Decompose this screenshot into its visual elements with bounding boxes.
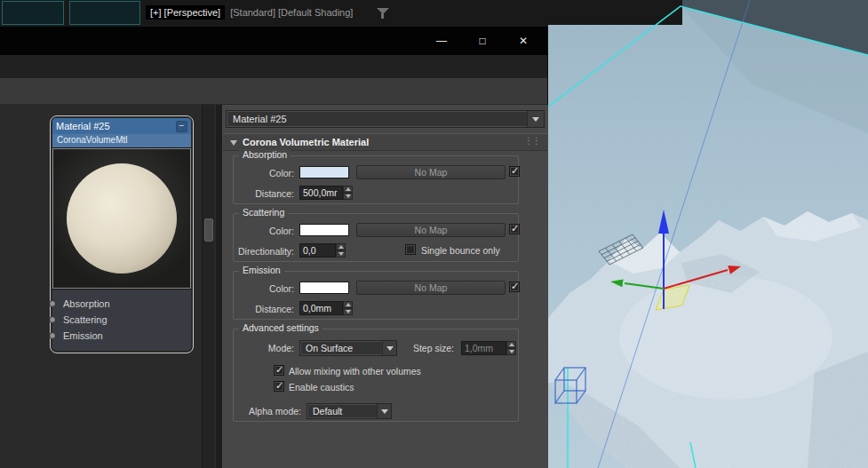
parameters-panel: Material #25 Corona Volumetric Material … — [222, 105, 548, 468]
check-icon: ✓ — [275, 364, 283, 376]
viewport-topbar: [+] [Perspective] [Standard] [Default Sh… — [0, 0, 548, 27]
window-buttons: — □ ✕ — [421, 27, 544, 55]
spinner-up-icon[interactable] — [343, 301, 353, 308]
material-node[interactable]: Material #25 − CoronaVolumeMtl Absorptio… — [50, 115, 194, 353]
directionality-label: Directionality: — [234, 245, 294, 258]
spinner-down-icon[interactable] — [343, 193, 353, 200]
step-size-spinner[interactable]: 1,0mm — [461, 341, 516, 355]
allow-mixing-label: Allow mixing with other volumes — [289, 366, 421, 377]
spinner-buttons — [336, 243, 346, 258]
node-slot-absorption[interactable]: Absorption — [52, 296, 191, 312]
spinner-down-icon[interactable] — [336, 250, 346, 258]
alpha-mode-dropdown[interactable]: Default — [307, 403, 392, 419]
alpha-mode-label: Alpha mode: — [234, 405, 301, 417]
alpha-mode-value: Default — [313, 406, 342, 416]
viewport-label-active[interactable]: [+] [Perspective] — [146, 5, 225, 20]
material-preview[interactable] — [52, 147, 191, 290]
emission-color-swatch[interactable] — [299, 282, 349, 294]
check-icon: ✓ — [511, 281, 519, 292]
check-icon: ✓ — [511, 165, 519, 177]
absorption-distance-value[interactable]: 500,0mr — [299, 186, 343, 200]
directionality-value[interactable]: 0,0 — [299, 243, 336, 258]
node-slots: Absorption Scattering Emission — [52, 290, 191, 351]
material-node-body: Material #25 − CoronaVolumeMtl Absorptio… — [52, 118, 191, 351]
menu-strip — [0, 55, 547, 78]
rollout-header-corona-volumetric[interactable]: Corona Volumetric Material ⋮⋮ — [223, 133, 547, 151]
node-view-scrollbar[interactable] — [202, 105, 214, 468]
emission-map-button[interactable]: No Map — [356, 281, 506, 295]
viewport-top-strip — [548, 0, 682, 25]
group-title: Absorption — [239, 149, 291, 160]
mode-dropdown[interactable]: On Surface — [299, 340, 397, 356]
absorption-map-checkbox[interactable]: ✓ — [509, 166, 520, 177]
absorption-color-swatch[interactable] — [299, 166, 349, 178]
spinner-up-icon[interactable] — [506, 341, 516, 348]
scattering-map-button[interactable]: No Map — [356, 223, 506, 237]
chevron-down-icon[interactable] — [527, 111, 544, 127]
rollout-arrow-icon — [230, 140, 237, 146]
slot-label: Absorption — [63, 298, 110, 309]
scattering-color-swatch[interactable] — [299, 224, 349, 236]
material-selector[interactable]: Material #25 — [226, 110, 545, 128]
node-slot-emission[interactable]: Emission — [52, 328, 191, 344]
color-label: Color: — [234, 282, 294, 295]
spinner-buttons — [343, 301, 353, 315]
filter-icon[interactable] — [377, 8, 389, 20]
enable-caustics-checkbox[interactable]: ✓ — [274, 381, 284, 392]
slot-socket-icon[interactable] — [49, 300, 56, 307]
material-editor-window: — □ ✕ Material #25 − CoronaVolumeMtl — [0, 27, 548, 468]
mode-value: On Surface — [306, 343, 353, 353]
slot-label: Emission — [63, 330, 103, 341]
absorption-distance-spinner[interactable]: 500,0mr — [299, 186, 353, 200]
emission-distance-value[interactable]: 0,0mm — [299, 301, 343, 315]
chevron-down-icon[interactable] — [377, 404, 391, 418]
spinner-down-icon[interactable] — [506, 348, 516, 355]
check-icon: ✓ — [511, 223, 519, 234]
single-bounce-label: Single bounce only — [421, 245, 500, 257]
absorption-map-button[interactable]: No Map — [356, 165, 506, 179]
color-label: Color: — [234, 167, 294, 179]
scattering-map-checkbox[interactable]: ✓ — [509, 224, 520, 234]
mode-label: Mode: — [234, 342, 294, 354]
viewport-3d[interactable] — [548, 0, 868, 468]
maximize-button[interactable]: □ — [462, 27, 503, 55]
screen: [+] [Perspective] [Standard] [Default Sh… — [0, 0, 868, 468]
group-emission: Emission Color: No Map ✓ Distance: 0,0mm — [233, 271, 519, 320]
node-title: Material #25 — [56, 121, 176, 131]
step-size-label: Step size: — [395, 342, 454, 354]
filter-icon-stem — [381, 13, 384, 19]
viewport-sliver[interactable] — [69, 1, 140, 25]
node-view[interactable]: Material #25 − CoronaVolumeMtl Absorptio… — [0, 105, 216, 468]
node-slot-scattering[interactable]: Scattering — [52, 312, 191, 328]
directionality-spinner[interactable]: 0,0 — [299, 243, 346, 258]
window-titlebar[interactable]: — □ ✕ — [0, 27, 547, 55]
close-button[interactable]: ✕ — [503, 27, 544, 55]
step-size-value: 1,0mm — [461, 341, 506, 355]
spinner-up-icon[interactable] — [336, 243, 346, 250]
group-scattering: Scattering Color: No Map ✓ Directionalit… — [233, 213, 519, 262]
editor-content: Material #25 − CoronaVolumeMtl Absorptio… — [0, 105, 547, 468]
panel-divider[interactable] — [216, 105, 222, 468]
spinner-buttons — [506, 341, 516, 355]
slot-socket-icon[interactable] — [49, 316, 56, 323]
viewport-labels: [+] [Perspective] [Standard] [Default Sh… — [146, 5, 353, 20]
spinner-up-icon[interactable] — [343, 186, 353, 193]
spinner-buttons — [343, 186, 353, 200]
collapse-node-button[interactable]: − — [176, 121, 187, 132]
drag-grip-icon[interactable]: ⋮⋮ — [524, 136, 540, 146]
viewport-label-secondary[interactable]: [Standard] [Default Shading] — [230, 5, 353, 20]
distance-label: Distance: — [234, 303, 294, 315]
emission-distance-spinner[interactable]: 0,0mm — [299, 301, 353, 315]
chevron-down-icon[interactable] — [382, 341, 396, 355]
enable-caustics-label: Enable caustics — [289, 382, 354, 393]
minimize-button[interactable]: — — [421, 27, 462, 55]
slot-socket-icon[interactable] — [49, 332, 56, 339]
allow-mixing-checkbox[interactable]: ✓ — [274, 365, 284, 376]
viewport-sliver[interactable] — [2, 1, 64, 25]
emission-map-checkbox[interactable]: ✓ — [509, 282, 520, 292]
node-header[interactable]: Material #25 − — [52, 118, 191, 134]
scrollbar-thumb[interactable] — [204, 218, 213, 242]
single-bounce-checkbox[interactable] — [405, 244, 416, 255]
group-absorption: Absorption Color: No Map ✓ Distance: 500… — [233, 155, 519, 204]
spinner-down-icon[interactable] — [343, 308, 353, 315]
